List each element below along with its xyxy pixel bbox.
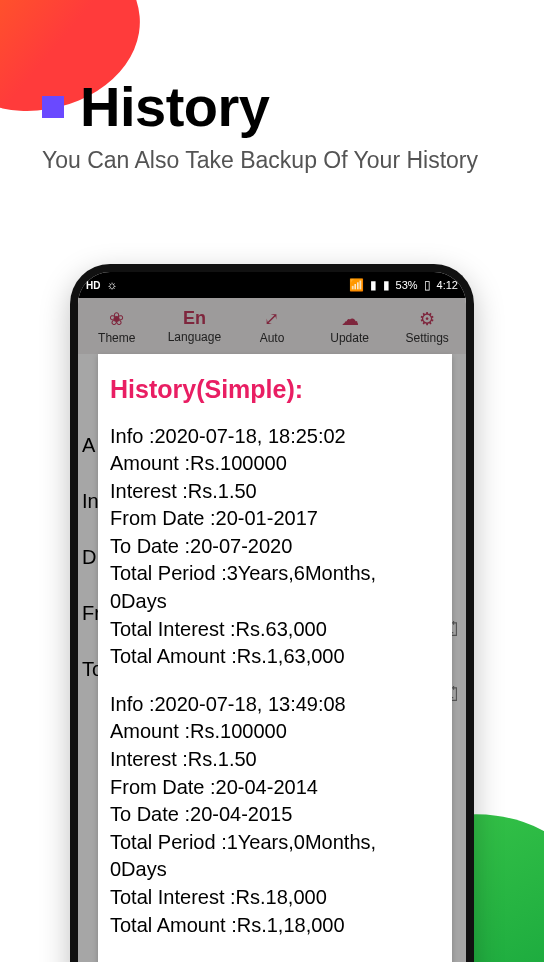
battery-level: 53% xyxy=(396,279,418,291)
entry-period-b: 0Days xyxy=(110,588,440,616)
entry-total-amount: Total Amount :Rs.1,63,000 xyxy=(110,643,440,671)
entry-total-interest: Total Interest :Rs.63,000 xyxy=(110,616,440,644)
hd-indicator: HD xyxy=(86,280,100,291)
sun-icon: ☼ xyxy=(106,278,117,292)
entry-to: To Date :20-04-2015 xyxy=(110,801,440,829)
entry-period: Total Period :1Years,0Months, xyxy=(110,829,440,857)
history-entry: Info :2020-07-18, 18:25:02 Amount :Rs.10… xyxy=(110,423,440,671)
entry-interest: Interest :Rs.1.50 xyxy=(110,478,440,506)
entry-info: Info :2020-07-18, 13:49:08 xyxy=(110,691,440,719)
entry-period-b: 0Days xyxy=(110,856,440,884)
page-subtitle: You Can Also Take Backup Of Your History xyxy=(42,147,502,174)
battery-icon: ▯ xyxy=(424,278,431,292)
popup-title: History(Simple): xyxy=(110,372,440,407)
history-popup: History(Simple): Info :2020-07-18, 18:25… xyxy=(98,354,452,962)
signal-icon-1: ▮ xyxy=(370,278,377,292)
entry-to: To Date :20-07-2020 xyxy=(110,533,440,561)
status-bar: HD ☼ 📶 ▮ ▮ 53% ▯ 4:12 xyxy=(78,272,466,298)
entry-info: Info :2020-07-18, 18:25:02 xyxy=(110,423,440,451)
entry-interest: Interest :Rs.1.50 xyxy=(110,746,440,774)
page-title: History xyxy=(80,74,269,139)
entry-from: From Date :20-01-2017 xyxy=(110,505,440,533)
entry-period: Total Period :3Years,6Months, xyxy=(110,560,440,588)
signal-icon-2: ▮ xyxy=(383,278,390,292)
entry-from: From Date :20-04-2014 xyxy=(110,774,440,802)
entry-amount: Amount :Rs.100000 xyxy=(110,450,440,478)
hero-bullet xyxy=(42,96,64,118)
wifi-icon: 📶 xyxy=(349,278,364,292)
phone-mockup: HD ☼ 📶 ▮ ▮ 53% ▯ 4:12 ❀ Theme En Languag… xyxy=(70,264,474,962)
clock: 4:12 xyxy=(437,279,458,291)
entry-amount: Amount :Rs.100000 xyxy=(110,718,440,746)
entry-total-interest: Total Interest :Rs.18,000 xyxy=(110,884,440,912)
hero-section: History You Can Also Take Backup Of Your… xyxy=(0,0,544,174)
history-entry: Info :2020-07-18, 13:49:08 Amount :Rs.10… xyxy=(110,691,440,939)
entry-total-amount: Total Amount :Rs.1,18,000 xyxy=(110,912,440,940)
